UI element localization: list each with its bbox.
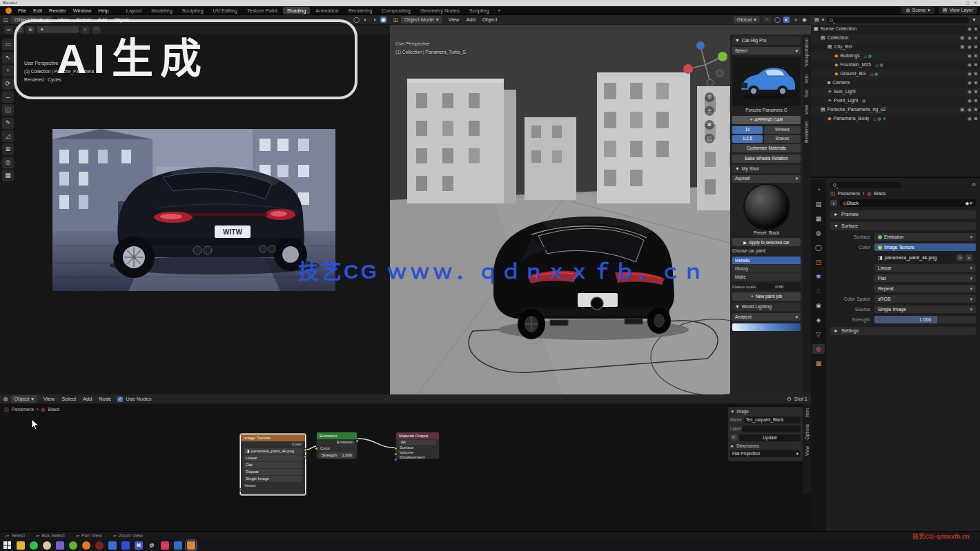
hide-eye-icon[interactable]: ◉ <box>968 80 972 86</box>
sidebar-tab[interactable]: Item <box>804 74 810 83</box>
workspace-tab[interactable]: Rendering <box>344 7 377 14</box>
toggle-on-button[interactable]: 1x <box>732 126 763 134</box>
screen-toggle-icon[interactable]: ▣ <box>960 35 965 41</box>
node-header[interactable]: Image Texture <box>241 434 305 441</box>
mode-dropdown[interactable]: Object Mode ▾ <box>11 16 52 23</box>
paint-list-item[interactable]: Metallic <box>732 257 801 264</box>
node-dropdown[interactable]: Flat <box>244 462 302 468</box>
outliner-row[interactable]: ☀ Point_Light ◍ ▣ ◉ ◙ <box>811 97 980 106</box>
mapping-dropdown[interactable]: Flat Projection ▾ <box>730 450 801 457</box>
editor-type-icon[interactable]: ◫ <box>3 17 8 23</box>
sidebar-tab[interactable]: RenderSet <box>804 121 810 143</box>
update-button[interactable]: Update <box>739 434 801 441</box>
render-visibility-icon[interactable]: ◙ <box>974 62 977 68</box>
color-output-socket[interactable] <box>304 448 307 452</box>
paint-list-item[interactable]: Glossy <box>732 265 801 272</box>
emission-output-socket[interactable] <box>355 439 359 443</box>
select-mode-icon[interactable]: ▱ <box>4 26 13 34</box>
perspective-toggle-icon[interactable]: ◰ <box>705 134 714 143</box>
menu-item[interactable]: Object <box>479 17 501 23</box>
shading-wireframe-icon[interactable]: ◯ <box>353 17 360 23</box>
refresh-icon[interactable]: ⟳ <box>730 434 737 441</box>
minimize-icon[interactable]: – <box>959 1 961 6</box>
proportional-edit-icon[interactable]: ◠ <box>92 26 101 34</box>
outliner-row[interactable]: ▤ Collection ▣ ◉ ◙ <box>811 34 980 43</box>
pan-hand-icon[interactable]: ✛ <box>705 106 714 116</box>
menu-item[interactable]: Node <box>95 396 115 402</box>
shot-section-header[interactable]: ▼ My Shot <box>732 165 801 173</box>
menu-item[interactable]: Edit <box>30 8 46 14</box>
new-paint-button[interactable]: + New paint job <box>732 292 801 301</box>
image-datablock-field[interactable]: ◨ panamera_paint_4k.png ⟳ ✕ <box>874 254 976 261</box>
render-visibility-icon[interactable]: ◙ <box>974 80 977 86</box>
toggle-label-button[interactable]: Wheels <box>764 126 801 134</box>
menu-item[interactable]: View <box>55 17 72 23</box>
shading-solid-icon[interactable]: ◐ <box>783 17 790 23</box>
properties-tab[interactable]: ◔ <box>812 185 825 194</box>
taskbar-app-icon[interactable] <box>43 541 51 550</box>
properties-tab[interactable]: ◍ <box>812 344 825 354</box>
hide-eye-icon[interactable]: ◉ <box>968 44 972 50</box>
render-visibility-icon[interactable]: ◙ <box>974 98 977 103</box>
tool-button[interactable]: ▦ <box>2 170 14 181</box>
properties-tab[interactable]: ◈ <box>812 315 825 325</box>
menu-item[interactable]: Window <box>70 8 95 14</box>
properties-tab[interactable]: ▦ <box>812 214 825 223</box>
node-dropdown[interactable]: Linear <box>244 455 302 461</box>
section-settings[interactable]: ► Settings <box>830 327 976 335</box>
orientation-dropdown[interactable]: ▾ <box>37 26 79 33</box>
outliner-row[interactable]: ◆ Fountain_M25 △ ◍ ▣ ◉ ◙ <box>811 61 980 70</box>
taskbar-app-icon[interactable]: M <box>135 541 143 550</box>
workspace-tab[interactable]: Texture Paint <box>243 7 282 14</box>
blender-logo-icon[interactable] <box>6 8 12 14</box>
navigation-gizmo[interactable] <box>680 37 732 92</box>
flakes-scale-field[interactable]: 0.50 <box>758 283 801 290</box>
properties-tab[interactable]: ◳ <box>812 257 825 267</box>
shading-rendered-icon[interactable]: ◉ <box>380 17 386 23</box>
color-input-socket[interactable] <box>315 447 318 450</box>
camera-view-icon[interactable]: ◙ <box>705 120 714 130</box>
paint-list-item[interactable]: Matte <box>732 273 801 281</box>
surface-input-socket[interactable] <box>394 447 398 450</box>
hide-eye-icon[interactable]: ◉ <box>968 62 972 68</box>
node-header[interactable]: Material Output <box>396 432 439 439</box>
start-button[interactable] <box>3 541 12 550</box>
volume-input-socket[interactable] <box>394 452 398 456</box>
workspace-tab[interactable]: Layout <box>122 7 146 14</box>
color-input-field[interactable]: Image Texture <box>874 243 976 251</box>
menu-item[interactable]: Add <box>79 396 95 402</box>
filter-icon[interactable]: ▼ <box>972 17 977 23</box>
menu-item[interactable]: Render <box>46 8 70 14</box>
hide-eye-icon[interactable]: ◉ <box>968 89 972 94</box>
taskbar-app-icon[interactable] <box>82 541 90 550</box>
render-visibility-icon[interactable]: ◙ <box>974 26 977 32</box>
properties-tab[interactable]: ◉ <box>812 301 825 310</box>
browse-material-button[interactable]: ▾ <box>830 200 837 206</box>
node-dropdown[interactable]: Repeat <box>244 469 302 475</box>
taskbar-app-icon[interactable] <box>121 541 130 550</box>
outliner-row[interactable]: ☀ Sun_Light ▣ ◉ ◙ <box>811 88 980 97</box>
taskbar-app-icon[interactable] <box>187 541 195 550</box>
menu-item[interactable]: View <box>40 396 58 402</box>
hide-eye-icon[interactable]: ◉ <box>968 53 972 59</box>
shading-material-icon[interactable]: ◑ <box>371 17 378 23</box>
sidebar-tab[interactable]: Transportation <box>804 39 810 68</box>
workspace-tab[interactable]: Sculpting <box>178 7 208 14</box>
hide-eye-icon[interactable]: ◉ <box>968 71 972 77</box>
properties-tab[interactable]: ◍ <box>812 228 825 238</box>
node-material-output[interactable]: Material Output All Surface Volume Displ… <box>395 432 440 459</box>
editor-type-icon[interactable]: ◫ <box>393 17 398 23</box>
snap-magnet-icon[interactable]: ∩ <box>81 26 90 34</box>
shader-type-dropdown[interactable]: Object ▾ <box>11 395 37 403</box>
node-label-field[interactable] <box>743 425 801 432</box>
taskbar-app-icon[interactable] <box>161 541 169 550</box>
outliner-row[interactable]: ◙ Camera ▣ ◉ ◙ <box>811 79 980 88</box>
editor-type-icon[interactable]: ◍ <box>3 396 8 402</box>
surface-shader-field[interactable]: Emission ▾ <box>874 233 976 241</box>
render-visibility-icon[interactable]: ◙ <box>974 107 977 112</box>
node-dropdown[interactable]: Single Image <box>244 476 302 482</box>
outliner-row[interactable]: ▦ Scene Collection ▣ ◉ ◙ <box>811 25 980 34</box>
refresh-icon[interactable]: ⟳ <box>957 254 963 261</box>
shading-wireframe-icon[interactable]: ◯ <box>774 17 781 23</box>
source-dropdown[interactable]: Single Image ▾ <box>874 305 976 313</box>
